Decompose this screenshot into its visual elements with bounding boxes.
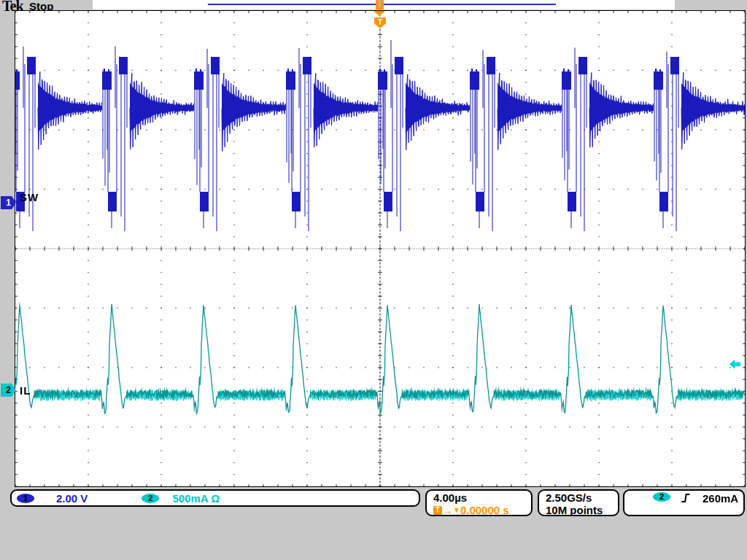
trigger-readout-box: 2 260mA	[623, 489, 745, 516]
trigger-position-value: 0.00000 s	[460, 504, 509, 516]
trigger-marker-icon: ▼	[453, 506, 460, 514]
channel2-position-marker[interactable]: 2	[1, 384, 16, 397]
rising-edge-icon	[681, 492, 691, 507]
trigger-level-readout: 260mA	[703, 492, 738, 505]
graticule-area	[15, 10, 746, 487]
channel1-badge: 1	[17, 494, 34, 503]
record-length-readout: 10M points	[546, 504, 618, 516]
oscilloscope-screen: Tek Stop T 1 2 SW IL 1 2.00 V 2 500mA Ω …	[0, 0, 747, 560]
trigger-source-badge: 2	[653, 492, 670, 502]
sample-rate-readout: 2.50GS/s	[546, 491, 618, 504]
trigger-t-icon: T	[433, 506, 442, 515]
timebase-readout-box: 4.00µs T→▼0.00000 s	[425, 489, 533, 516]
acquisition-readout-box: 2.50GS/s 10M points	[538, 489, 619, 516]
record-trigger-slot	[379, 0, 381, 7]
channel1-scale-readout: 2.00 V	[56, 492, 88, 505]
waveform-display	[15, 11, 745, 486]
channel1-position-marker[interactable]: 1	[1, 196, 16, 209]
channel1-signal-label: SW	[20, 191, 39, 203]
record-view-bar	[93, 0, 675, 9]
channel2-badge: 2	[142, 494, 159, 503]
trigger-position-readout: T→▼0.00000 s	[433, 505, 531, 516]
trigger-arrow-icon: →	[442, 504, 453, 516]
channel-readout-box: 1 2.00 V 2 500mA Ω	[10, 489, 420, 507]
record-trigger-position-marker[interactable]	[376, 0, 384, 9]
channel2-scale-readout: 500mA Ω	[172, 492, 220, 505]
timebase-readout: 4.00µs	[433, 491, 531, 504]
channel2-signal-label: IL	[20, 384, 31, 397]
trigger-position-arrow-icon	[374, 11, 385, 16]
